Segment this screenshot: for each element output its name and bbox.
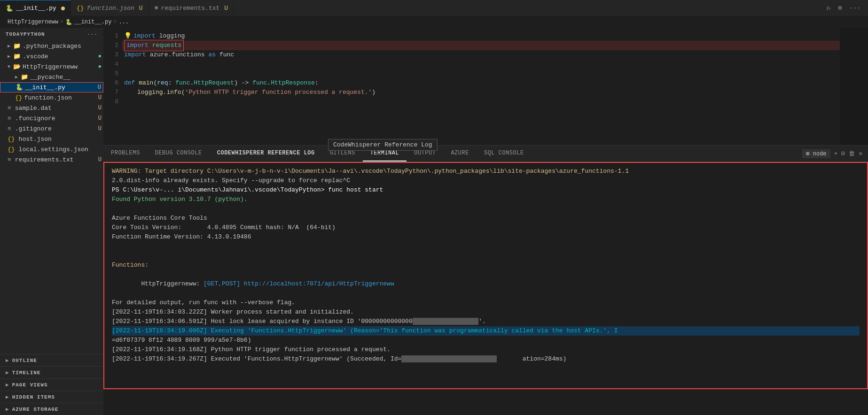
sidebar-title: TODAYPYTHON [6,31,45,37]
sidebar-section-page-views[interactable]: ▶ PAGE VIEWS [0,378,103,391]
terminal-line: Functions: [112,261,860,270]
tab-init-py[interactable]: 🐍 __init__.py [0,0,71,16]
sidebar-section-outline[interactable]: ▶ OUTLINE [0,354,103,366]
code-line-7: logging.info('Python HTTP trigger functi… [122,88,840,97]
breadcrumb: HttpTriggerneww > 🐍 __init__.py > ... [0,16,868,28]
terminal-line: Function Runtime Version: 4.13.0.19486 [112,232,860,242]
sidebar-label-python-packages: .python_packages [23,43,81,50]
funcignore-badge: U [98,115,102,122]
line-numbers: 1 2 3 4 5 6 7 8 [103,28,122,145]
file-icon: ≡ [8,125,11,132]
sidebar-item-gitignore[interactable]: ≡ .gitignore U [0,123,103,134]
sidebar-item-host-json[interactable]: {} host.json [0,134,103,144]
terminal-content[interactable]: WARNING: Target directory C:\Users\v-m-j… [103,162,868,389]
sidebar-item-requirements-txt[interactable]: ≡ requirements.txt U [0,154,103,165]
breadcrumb-symbol[interactable]: ... [119,19,129,25]
requirements-badge: U [98,156,102,163]
folder-icon: 📁 [21,73,28,81]
json-file-icon: {} [15,94,23,101]
tab-function-modified: U [139,5,143,12]
chevron-right-icon: ▶ [6,382,9,388]
panel-tab-sql-console[interactable]: SQL CONSOLE [477,146,532,161]
sidebar-section-timeline[interactable]: ▶ TIMELINE [0,366,103,378]
chevron-right-icon: ▶ [6,394,9,400]
arrow-icon: ▶ [15,74,18,80]
timeline-label: TIMELINE [12,370,41,376]
folder-icon: 📂 [13,63,21,70]
terminal-line [112,289,860,298]
page-views-label: PAGE VIEWS [12,382,48,388]
sidebar: TODAYPYTHON ··· ▶ 📁 .python_packages ▶ 📁… [0,28,103,415]
sidebar-label-pycache: __pycache__ [30,74,70,81]
sidebar-label-host-json: host.json [19,136,52,143]
terminal-line: [2022-11-19T16:34:06.591Z] Host lock lea… [112,317,860,326]
init-badge: U [98,84,101,91]
tab-function-label: function.json [86,5,134,12]
txt-icon: ≡ [155,5,158,12]
arrow-icon: ▶ [8,43,10,49]
tab-bar: 🐍 __init__.py {} function.json U ≡ requi… [0,0,868,16]
sidebar-item-funcignore[interactable]: ≡ .funcignore U [0,113,103,123]
sidebar-label-httptriggerneww: HttpTriggerneww [23,63,78,70]
panel-tab-codewhisperer[interactable]: CODEWHISPERER REFERENCE LOG [210,146,322,161]
split-terminal-icon[interactable]: ⊟ [841,150,845,157]
sidebar-item-local-settings[interactable]: {} local.settings.json [0,144,103,154]
code-editor[interactable]: 1 2 3 4 5 6 7 8 💡 import logging [103,28,868,145]
sidebar-header: TODAYPYTHON ··· [0,28,103,41]
panel-tab-azure[interactable]: AZURE [443,146,477,161]
terminal-line: [2022-11-19T16:34:19.267Z] Executed 'Fun… [112,354,860,364]
chevron-right-icon: ▶ [6,369,9,376]
terminal-line: [2022-11-19T16:34:03.222Z] Worker proces… [112,307,860,317]
sidebar-section-hidden-items[interactable]: ▶ HIDDEN ITEMS [0,391,103,403]
import-highlight-box: import requests [124,40,184,51]
more-actions-icon[interactable]: ··· [848,4,862,13]
code-line-8 [122,97,840,107]
code-line-1: 💡 import logging [122,31,840,41]
tab-requirements[interactable]: ≡ requirements.txt U [149,0,234,16]
tab-requirements-modified: U [224,5,228,12]
panel-tab-debug-console[interactable]: DEBUG CONSOLE [148,146,210,161]
tab-function-json[interactable]: {} function.json U [71,0,149,16]
code-line-5 [122,69,840,78]
right-area: 1 2 3 4 5 6 7 8 💡 import logging [103,28,868,415]
sample-badge: U [98,105,102,111]
code-and-panel: 1 2 3 4 5 6 7 8 💡 import logging [103,28,868,415]
sidebar-item-init-py[interactable]: 🐍 __init__.py U [0,82,103,92]
sidebar-label-init-py: __init__.py [25,84,65,91]
breadcrumb-file[interactable]: __init__.py [74,19,111,25]
sidebar-item-function-json[interactable]: {} function.json U [0,92,103,103]
tab-requirements-label: requirements.txt [161,5,219,12]
sidebar-label-local-settings: local.settings.json [19,146,88,153]
tab-modified-dot [61,7,65,10]
sidebar-label-function-json: function.json [24,94,72,101]
tooltip-text: CodeWhisperer Reference Log [333,141,432,148]
json-file-icon: {} [8,136,15,143]
sidebar-item-httptriggerneww[interactable]: ▼ 📂 HttpTriggerneww ● [0,61,103,72]
run-icon[interactable]: ▷ [825,3,833,13]
panel-tab-problems[interactable]: PROBLEMS [103,146,148,161]
codewhisperer-tooltip: CodeWhisperer Reference Log [328,139,438,151]
sidebar-section-azure-storage[interactable]: ▶ AZURE STORAGE [0,403,103,415]
terminal-line: WARNING: Target directory C:\Users\v-m-j… [112,167,860,176]
sidebar-item-pycache[interactable]: ▶ 📁 __pycache__ [0,72,103,82]
terminal-line [112,251,860,261]
chevron-right-icon: ▶ [6,357,9,363]
trash-icon[interactable]: 🗑 [849,150,855,157]
sidebar-item-vscode[interactable]: ▶ 📁 .vscode ● [0,51,103,61]
breadcrumb-folder[interactable]: HttpTriggerneww [8,19,58,25]
terminal-line: Core Tools Version: 4.0.4895 Commit hash… [112,223,860,232]
breadcrumb-icon: 🐍 [65,19,72,26]
close-panel-icon[interactable]: ✕ [859,150,862,157]
terminal-line: =d6f07379 8f12 4089 8009 999/a5e7-8b6) [112,336,860,345]
vscode-badge: ● [98,53,102,60]
panel-area: PROBLEMS DEBUG CONSOLE CODEWHISPERER REF… [103,145,868,389]
split-icon[interactable]: ⊞ [837,3,844,13]
code-line-6: def main(req: func.HttpRequest) -> func.… [122,78,840,88]
sidebar-more-button[interactable]: ··· [87,31,98,37]
sidebar-item-sample-dat[interactable]: ≡ sample.dat U [0,103,103,113]
terminal-line: Found Python version 3.10.7 (python). [112,195,860,204]
code-line-3: import azure.functions as func [122,50,840,60]
azure-storage-label: AZURE STORAGE [12,407,59,412]
sidebar-item-python-packages[interactable]: ▶ 📁 .python_packages [0,41,103,51]
add-terminal-icon[interactable]: + [834,150,838,157]
